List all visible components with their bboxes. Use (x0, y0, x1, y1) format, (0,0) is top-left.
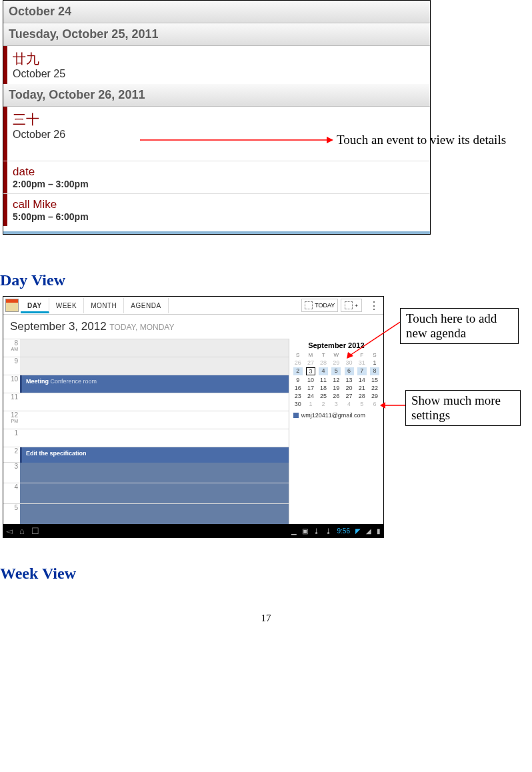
back-icon[interactable]: ◅ (6, 526, 13, 536)
arrow-more-settings (380, 395, 407, 415)
svg-marker-1 (327, 137, 333, 143)
calendar-account[interactable]: wmj120411@gmail.com (293, 412, 379, 419)
calendar-app-icon[interactable] (5, 299, 19, 312)
current-date-header: September 3, 2012 TODAY, MONDAY (3, 315, 383, 339)
battery-icon: ▮ (377, 527, 381, 535)
calendar-color-icon (293, 413, 299, 418)
mini-cal-selected-day[interactable]: 3 (306, 367, 315, 375)
hour-slot-10[interactable]: Meeting Conference room (20, 375, 289, 393)
agenda-event-date[interactable]: date 2:00pm – 3:00pm (3, 161, 430, 193)
hours-column: 8AM 9 10 Meeting Conference room 11 12PM… (3, 339, 289, 524)
hour-slot-9[interactable] (20, 357, 289, 375)
agenda-header-oct24: October 24 (3, 1, 430, 23)
event-meeting[interactable]: Meeting Conference room (20, 375, 289, 393)
add-icon (345, 301, 353, 309)
wifi-icon: ◤ (355, 527, 361, 535)
recent-apps-icon[interactable]: ☐ (31, 526, 39, 536)
svg-marker-3 (347, 352, 353, 359)
agenda-event-callmike[interactable]: call Mike 5:00pm – 6:00pm (3, 193, 430, 226)
tab-agenda[interactable]: AGENDA (124, 298, 168, 313)
today-icon (305, 301, 313, 309)
heading-day-view: Day View (0, 271, 532, 289)
menu-overflow-icon[interactable]: ⋮ (365, 299, 383, 312)
today-button[interactable]: TODAY (301, 299, 338, 312)
clock: 9:56 (337, 527, 350, 535)
day-view-screenshot: DAY WEEK MONTH AGENDA TODAY + ⋮ Septembe… (3, 296, 384, 538)
agenda-event-lunar25[interactable]: 廿九 October 25 (3, 46, 430, 84)
annotation-touch-event: Touch an event to view its details (337, 133, 506, 147)
hour-slot-5[interactable] (20, 504, 289, 524)
mini-calendar[interactable]: September 2012 SMTWTFS 2627282930311 234… (289, 339, 383, 524)
tab-day[interactable]: DAY (21, 298, 49, 313)
hour-slot-4[interactable] (20, 483, 289, 503)
arrow-touch-event (140, 133, 333, 147)
home-icon[interactable]: ⌂ (19, 526, 25, 536)
svg-marker-5 (380, 402, 385, 409)
status-icon: ▣ (302, 527, 308, 535)
status-icon: ▁ (291, 527, 297, 535)
page-number: 17 (0, 613, 532, 624)
tabs-row: DAY WEEK MONTH AGENDA TODAY + ⋮ (3, 297, 383, 315)
agenda-header-oct25: Tuesday, October 25, 2011 (3, 23, 430, 46)
tab-month[interactable]: MONTH (84, 298, 124, 313)
callout-more-settings: Show much more settings (405, 390, 521, 426)
agenda-screenshot: October 24 Tuesday, October 25, 2011 廿九 … (3, 0, 431, 235)
hour-slot-3[interactable] (20, 463, 289, 483)
hour-slot-1[interactable] (20, 429, 289, 447)
system-bar: ◅ ⌂ ☐ ▁ ▣ ⭳ ⭳ 9:56 ◤ ◢ ▮ (3, 524, 383, 537)
tab-week[interactable]: WEEK (49, 298, 84, 313)
callout-add-agenda: Touch here to add new agenda (400, 308, 519, 344)
heading-week-view: Week View (0, 565, 532, 583)
add-event-button[interactable]: + (341, 299, 362, 312)
agenda-header-today: Today, October 26, 2011 (3, 84, 430, 107)
svg-line-2 (350, 322, 400, 355)
hour-slot-11[interactable] (20, 393, 289, 411)
status-icon: ⭳ (313, 527, 320, 535)
hour-slot-2[interactable]: Edit the specification (20, 447, 289, 462)
hour-slot-8[interactable] (20, 339, 289, 357)
status-icon: ⭳ (325, 527, 332, 535)
arrow-add-agenda (347, 319, 400, 359)
signal-icon: ◢ (366, 527, 371, 535)
hour-slot-12[interactable] (20, 411, 289, 429)
